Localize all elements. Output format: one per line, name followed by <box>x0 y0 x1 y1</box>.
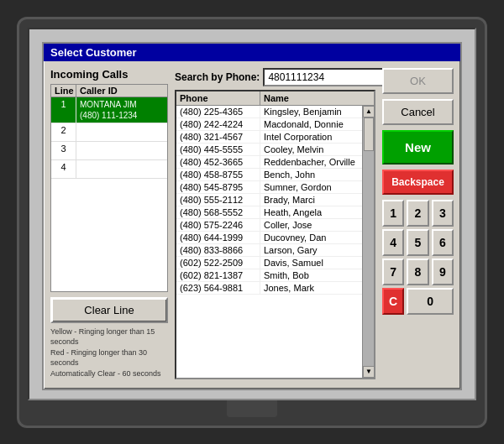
result-row-5[interactable]: (480) 452-3665Reddenbacher, Orville <box>176 156 362 169</box>
legend: Yellow - Ringing longer than 15 seconds … <box>50 326 168 379</box>
result-phone-2: (480) 242-4224 <box>176 118 260 130</box>
num-1-button[interactable]: 1 <box>382 200 404 227</box>
dialog-body: Incoming Calls Line Caller ID 1 MONTANA … <box>44 61 460 386</box>
scroll-thumb[interactable] <box>364 118 374 151</box>
legend-yellow: Yellow - Ringing longer than 15 seconds <box>50 326 168 347</box>
result-phone-12: (480) 833-8866 <box>176 244 260 256</box>
result-row-14[interactable]: (602) 821-1387Smith, Bob <box>176 269 362 282</box>
result-phone-9: (480) 568-5552 <box>176 206 260 218</box>
result-row-3[interactable]: (480) 321-4567Intel Corporation <box>176 131 362 144</box>
num-c-button[interactable]: C <box>382 288 404 315</box>
result-name-7: Sumner, Gordon <box>260 181 362 193</box>
results-wrapper: (480) 225-4365Kingsley, Benjamin (480) 2… <box>176 106 374 378</box>
result-phone-11: (480) 644-1999 <box>176 232 260 243</box>
result-row-15[interactable]: (623) 564-9881Jones, Mark <box>176 282 362 295</box>
dialog-title: Select Customer <box>44 44 460 61</box>
result-name-11: Ducovney, Dan <box>260 232 362 243</box>
result-name-2: Macdonald, Donnie <box>260 118 362 130</box>
result-row-8[interactable]: (480) 555-2112Brady, Marci <box>176 194 362 206</box>
num-3-button[interactable]: 3 <box>432 200 454 227</box>
calls-table: Line Caller ID 1 MONTANA JIM(480) 111-12… <box>50 84 168 292</box>
dialog: Select Customer Incoming Calls Line Call… <box>42 42 462 390</box>
calls-header: Line Caller ID <box>51 85 167 97</box>
result-phone-15: (623) 564-9881 <box>176 282 260 294</box>
search-row: Search by Phone: <box>175 68 375 86</box>
col-name: Name <box>260 91 374 105</box>
results-scroll[interactable]: (480) 225-4365Kingsley, Benjamin (480) 2… <box>176 106 362 378</box>
numpad: 1 2 3 4 5 6 7 8 9 C 0 <box>382 200 454 315</box>
scrollbar[interactable]: ▲ ▼ <box>362 106 374 378</box>
new-button[interactable]: New <box>382 130 454 165</box>
ok-button[interactable]: OK <box>382 68 454 94</box>
result-row-2[interactable]: (480) 242-4224Macdonald, Donnie <box>176 118 362 131</box>
calls-row-3[interactable]: 3 <box>51 142 167 160</box>
result-phone-5: (480) 452-3665 <box>176 156 260 168</box>
calls-line-3: 3 <box>51 142 76 159</box>
result-phone-6: (480) 458-8755 <box>176 169 260 180</box>
result-phone-3: (480) 321-4567 <box>176 131 260 143</box>
result-name-12: Larson, Gary <box>260 244 362 256</box>
results-header: Phone Name <box>176 91 374 106</box>
result-name-3: Intel Corporation <box>260 131 362 143</box>
result-row-12[interactable]: (480) 833-8866Larson, Gary <box>176 244 362 257</box>
result-phone-4: (480) 445-5555 <box>176 144 260 155</box>
num-2-button[interactable]: 2 <box>407 200 428 227</box>
result-phone-10: (480) 575-2246 <box>176 219 260 231</box>
result-row-11[interactable]: (480) 644-1999Ducovney, Dan <box>176 232 362 244</box>
calls-caller-3 <box>76 142 167 159</box>
right-panel: OK Cancel New Backspace 1 2 3 4 5 6 7 8 … <box>382 68 454 379</box>
result-name-4: Cooley, Melvin <box>260 144 362 155</box>
result-phone-8: (480) 555-2112 <box>176 194 260 206</box>
result-row-13[interactable]: (602) 522-2509Davis, Samuel <box>176 257 362 269</box>
num-5-button[interactable]: 5 <box>407 229 428 256</box>
result-row-4[interactable]: (480) 445-5555Cooley, Melvin <box>176 144 362 156</box>
col-phone: Phone <box>176 91 260 105</box>
monitor-stand <box>227 400 277 417</box>
num-7-button[interactable]: 7 <box>382 259 404 285</box>
monitor: Select Customer Incoming Calls Line Call… <box>17 17 487 428</box>
incoming-calls-panel: Incoming Calls Line Caller ID 1 MONTANA … <box>50 68 168 379</box>
scroll-down-button[interactable]: ▼ <box>363 366 374 378</box>
calls-row-4[interactable]: 4 <box>51 160 167 179</box>
result-row-6[interactable]: (480) 458-8755Bench, John <box>176 169 362 181</box>
result-row-10[interactable]: (480) 575-2246Coller, Jose <box>176 219 362 232</box>
result-name-13: Davis, Samuel <box>260 257 362 269</box>
legend-auto: Automatically Clear - 60 seconds <box>50 368 168 379</box>
search-input[interactable] <box>263 68 399 86</box>
calls-col-line: Line <box>51 85 76 97</box>
num-0-button[interactable]: 0 <box>407 288 454 315</box>
calls-caller-2 <box>76 123 167 141</box>
num-6-button[interactable]: 6 <box>432 229 454 256</box>
screen: Select Customer Incoming Calls Line Call… <box>28 28 476 400</box>
clear-line-button[interactable]: Clear Line <box>50 297 168 323</box>
result-phone-1: (480) 225-4365 <box>176 106 260 118</box>
result-name-1: Kingsley, Benjamin <box>260 106 362 118</box>
calls-caller-1: MONTANA JIM(480) 111-1234 <box>76 97 167 123</box>
calls-row-2[interactable]: 2 <box>51 123 167 142</box>
result-name-10: Coller, Jose <box>260 219 362 231</box>
calls-line-2: 2 <box>51 123 76 141</box>
result-name-5: Reddenbacher, Orville <box>260 156 362 168</box>
calls-caller-4 <box>76 160 167 178</box>
phone-search-panel: Search by Phone: Phone Name (480) 225-43… <box>175 68 375 379</box>
num-4-button[interactable]: 4 <box>382 229 404 256</box>
result-name-15: Jones, Mark <box>260 282 362 294</box>
calls-line-1: 1 <box>51 97 76 123</box>
result-name-8: Brady, Marci <box>260 194 362 206</box>
scroll-track <box>363 118 374 366</box>
cancel-button[interactable]: Cancel <box>382 99 454 125</box>
num-9-button[interactable]: 9 <box>432 259 454 285</box>
calls-row-1[interactable]: 1 MONTANA JIM(480) 111-1234 <box>51 97 167 123</box>
result-phone-14: (602) 821-1387 <box>176 269 260 281</box>
result-phone-13: (602) 522-2509 <box>176 257 260 269</box>
result-row-1[interactable]: (480) 225-4365Kingsley, Benjamin <box>176 106 362 118</box>
result-phone-7: (480) 545-8795 <box>176 181 260 193</box>
backspace-button[interactable]: Backspace <box>382 170 454 195</box>
scroll-up-button[interactable]: ▲ <box>363 106 374 118</box>
result-row-7[interactable]: (480) 545-8795Sumner, Gordon <box>176 181 362 194</box>
num-8-button[interactable]: 8 <box>407 259 428 285</box>
search-label: Search by Phone: <box>175 71 260 83</box>
result-row-9[interactable]: (480) 568-5552Heath, Angela <box>176 206 362 219</box>
calls-line-4: 4 <box>51 160 76 178</box>
incoming-calls-title: Incoming Calls <box>50 68 168 81</box>
